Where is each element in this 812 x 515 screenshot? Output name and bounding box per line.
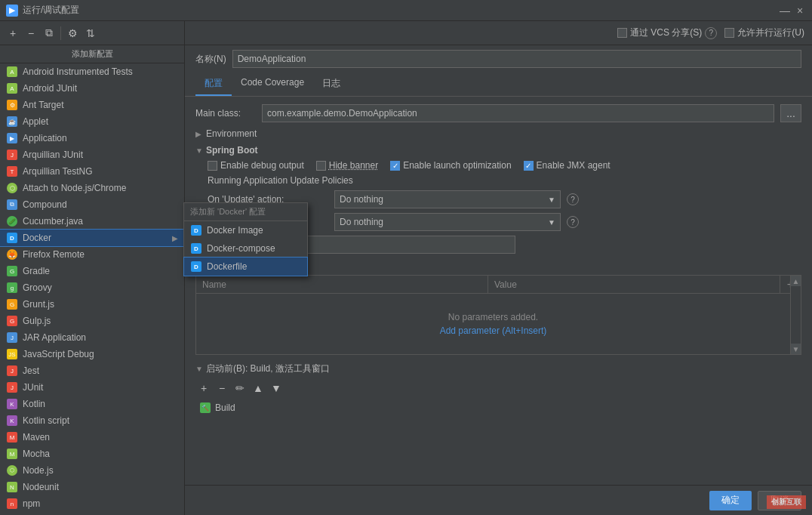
kotlin-icon: K	[6, 398, 18, 410]
before-launch-toolbar: + − ✏ ▲ ▼	[195, 380, 801, 396]
on-frame-select[interactable]: Do nothing ▼	[334, 213, 561, 231]
on-update-select[interactable]: Do nothing ▼	[334, 190, 561, 208]
submenu-dockerfile[interactable]: D Dockerfile	[184, 258, 307, 276]
list-item-kotlin[interactable]: K Kotlin	[0, 396, 184, 412]
add-config-heading: 添加新配置	[0, 45, 184, 63]
list-item-nodejs[interactable]: ⬡ Node.js	[0, 462, 184, 479]
list-item-arquillian-testng[interactable]: T Arquillian TestNG	[0, 163, 184, 180]
on-update-info-icon[interactable]: ?	[567, 193, 579, 205]
list-item-cucumber-java[interactable]: 🥒 Cucumber.java	[0, 213, 184, 230]
list-item-arquillian-junit[interactable]: J Arquillian JUnit	[0, 146, 184, 163]
list-item-grunt-js[interactable]: G Grunt.js	[0, 296, 184, 313]
scroll-down-btn[interactable]: ▼	[791, 344, 801, 354]
hide-banner-item[interactable]: Hide banner	[316, 160, 378, 171]
gradle-icon: G	[6, 265, 18, 277]
ok-btn[interactable]: 确定	[709, 491, 752, 510]
list-item-compound[interactable]: ⧉ Compound	[0, 196, 184, 213]
allow-parallel-group: 允许并行运行(U)	[724, 26, 804, 39]
settings-btn[interactable]: ⚙	[64, 25, 81, 42]
kotlin-script-icon: K	[6, 415, 18, 427]
table-header: Name Value +	[196, 276, 801, 294]
spring-boot-arrow-icon: ▼	[195, 146, 203, 155]
bl-up-btn[interactable]: ▲	[250, 380, 266, 396]
list-item-gradle[interactable]: G Gradle	[0, 263, 184, 279]
list-item-groovy[interactable]: g Groovy	[0, 279, 184, 296]
main-class-input[interactable]	[262, 104, 774, 122]
list-item-android-junit[interactable]: A Android JUnit	[0, 80, 184, 97]
list-item-applet[interactable]: ☕ Applet	[0, 113, 184, 130]
copy-config-btn[interactable]: ⧉	[41, 25, 57, 42]
list-item-junit[interactable]: J JUnit	[0, 379, 184, 396]
ant-target-icon: ⚙	[6, 99, 18, 111]
build-icon: 🔨	[200, 402, 211, 413]
tab-config[interactable]: 配置	[195, 72, 232, 96]
update-policies-label: Running Application Update Policies	[208, 175, 801, 186]
list-item-npm[interactable]: n npm	[0, 495, 184, 512]
nodejs-icon: ⬡	[6, 464, 18, 476]
submenu-docker-image[interactable]: D Docker Image	[184, 221, 307, 239]
vcs-share-group: 通过 VCS 分享(S) ?	[617, 26, 717, 39]
list-item-jar-application[interactable]: J JAR Application	[0, 329, 184, 346]
scroll-up-btn[interactable]: ▲	[791, 276, 801, 286]
list-item-mocha[interactable]: M Mocha	[0, 446, 184, 462]
remove-config-btn[interactable]: −	[23, 25, 39, 42]
environment-row[interactable]: ▶ Environment	[195, 128, 801, 139]
spring-boot-expander[interactable]: ▼ Spring Boot	[195, 145, 801, 156]
main-class-label: Main class:	[195, 108, 256, 119]
enable-launch-opt-item[interactable]: ✓ Enable launch optimization	[390, 160, 511, 171]
bl-remove-btn[interactable]: −	[214, 380, 230, 396]
list-item-jest[interactable]: J Jest	[0, 362, 184, 379]
tab-coverage[interactable]: Code Coverage	[232, 72, 313, 96]
add-param-link[interactable]: Add parameter (Alt+Insert)	[440, 325, 547, 336]
list-item-firefox-remote[interactable]: 🦊 Firefox Remote	[0, 246, 184, 263]
environment-label: Environment	[206, 128, 257, 139]
docker-image-icon: D	[190, 224, 202, 236]
before-launch-arrow-icon: ▼	[195, 365, 203, 373]
profiles-input[interactable]	[289, 236, 515, 254]
bl-down-btn[interactable]: ▼	[268, 380, 285, 396]
list-item-kotlin-script[interactable]: K Kotlin script	[0, 412, 184, 429]
enable-debug-item[interactable]: Enable debug output	[208, 160, 304, 171]
list-item-ant-target[interactable]: ⚙ Ant Target	[0, 97, 184, 113]
bl-edit-btn[interactable]: ✏	[232, 380, 248, 396]
mocha-icon: M	[6, 448, 18, 460]
table-scrollbar: ▲ ▼	[790, 276, 801, 354]
minimize-btn[interactable]: —	[779, 5, 791, 17]
enable-launch-opt-label: Enable launch optimization	[403, 160, 511, 171]
close-btn[interactable]: ×	[794, 5, 806, 17]
list-item-javascript-debug[interactable]: JS JavaScript Debug	[0, 346, 184, 362]
submenu-docker-compose[interactable]: D Docker-compose	[184, 239, 307, 258]
add-config-btn[interactable]: +	[5, 25, 21, 42]
list-item-nwjs[interactable]: N NW.js	[0, 512, 184, 515]
groovy-icon: g	[6, 282, 18, 294]
submenu-header: 添加新 'Docker' 配置	[184, 203, 307, 221]
hide-banner-checkbox[interactable]	[316, 161, 326, 171]
list-item-android-instrumented[interactable]: A Android Instrumented Tests	[0, 63, 184, 80]
list-item-nodeunit[interactable]: N Nodeunit	[0, 479, 184, 495]
on-frame-info-icon[interactable]: ?	[567, 216, 579, 228]
list-item-gulp-js[interactable]: G Gulp.js	[0, 313, 184, 329]
android-instrumented-icon: A	[6, 66, 18, 78]
applet-icon: ☕	[6, 116, 18, 128]
enable-launch-opt-checkbox[interactable]: ✓	[390, 161, 400, 171]
name-input[interactable]	[232, 50, 801, 68]
enable-jmx-label: Enable JMX agent	[537, 160, 611, 171]
list-item-application[interactable]: ▶ Application	[0, 130, 184, 146]
enable-debug-checkbox[interactable]	[208, 161, 217, 171]
sort-btn[interactable]: ⇅	[82, 25, 99, 42]
list-item-docker[interactable]: D Docker ▶	[0, 230, 184, 246]
vcs-share-checkbox[interactable]	[617, 28, 627, 38]
list-item-maven[interactable]: M Maven	[0, 429, 184, 446]
bl-add-btn[interactable]: +	[195, 380, 212, 396]
before-launch-section: ▼ 启动前(B): Build, 激活工具窗口 + − ✏ ▲ ▼ 🔨 Buil…	[195, 362, 801, 416]
arquillian-testng-icon: T	[6, 165, 18, 177]
list-item-attach-nodejs[interactable]: ⬡ Attach to Node.js/Chrome	[0, 180, 184, 196]
allow-parallel-checkbox[interactable]	[724, 28, 734, 38]
vcs-share-help-icon[interactable]: ?	[705, 27, 717, 39]
tab-log[interactable]: 日志	[313, 72, 349, 96]
environment-arrow-icon: ▶	[195, 130, 201, 138]
main-class-browse-btn[interactable]: ...	[780, 104, 801, 122]
enable-jmx-checkbox[interactable]: ✓	[524, 161, 534, 171]
nodeunit-icon: N	[6, 481, 18, 493]
enable-jmx-item[interactable]: ✓ Enable JMX agent	[524, 160, 611, 171]
